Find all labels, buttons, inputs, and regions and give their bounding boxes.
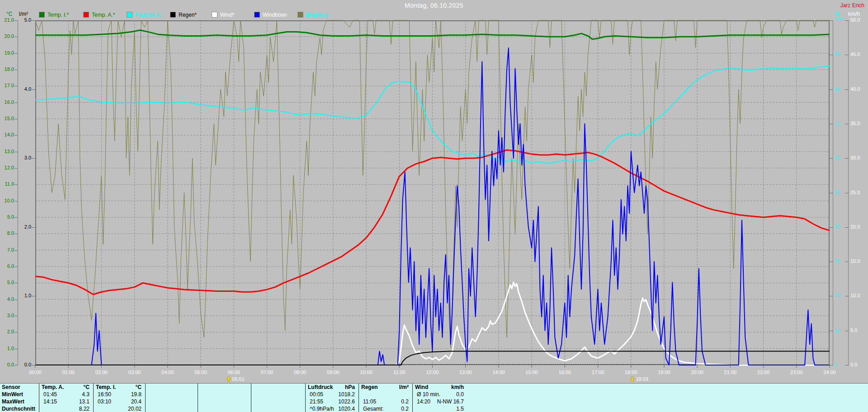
y-axis-rain-tick [32, 89, 35, 90]
y-axis-temp-tick-label: 2.0 [0, 329, 14, 335]
y-axis-wind-tick [845, 158, 849, 159]
legend-item-empfang: Empfang [297, 12, 328, 18]
sunset-marker: 18:03 [630, 376, 648, 382]
legend-label-empfang: Empfang [306, 12, 328, 18]
table-cell: 1018.2 [305, 391, 355, 398]
y-axis-temp-tick [14, 250, 18, 251]
y-axis-temp-tick-label: 18.0 [0, 66, 14, 72]
y-axis-wind-tick [845, 296, 849, 296]
y-axis-rain-tick-label: 5.0 [18, 17, 31, 23]
y-axis-rain-tick [32, 227, 35, 228]
y-axis-temp-axis-line [18, 20, 18, 365]
y-axis-wind-tick-label: 0.0 [850, 362, 867, 368]
y-axis-wind-tick-label: 5.0 [850, 328, 867, 333]
y-axis-temp-tick [14, 234, 18, 234]
x-axis-label: 23:00 [787, 370, 807, 375]
y-axis-temp-tick [14, 217, 18, 218]
y-axis-temp-tick-label: 17.0 [0, 83, 14, 89]
y-axis-temp-tick-label: 1.0 [0, 346, 14, 351]
table-cell: 0.2 [359, 398, 409, 405]
y-axis-temp-tick-label: 14.0 [0, 132, 14, 138]
y-axis-temp-tick [14, 300, 18, 300]
y-axis-rain-tick [32, 158, 35, 159]
table-cell: 13.1 [39, 398, 90, 405]
y-axis-temp-tick-label: 6.0 [0, 263, 14, 269]
y-axis-temp-tick-label: 15.0 [0, 116, 14, 122]
x-axis-label: 19:00 [654, 370, 674, 375]
table-row-label: MinWert [2, 391, 38, 398]
x-axis-label: 08:00 [290, 370, 310, 375]
legend-label-feuchte-a: Feuchte A.* [135, 12, 163, 18]
y-axis-temp-tick-label: 4.0 [0, 296, 14, 302]
sunset-marker-icon [630, 376, 635, 382]
windboeen-swatch-icon [254, 12, 260, 18]
y-axis-temp-tick-label: 10.0 [0, 198, 14, 204]
x-axis-label: 07:00 [257, 370, 277, 375]
table-column-separator [198, 384, 198, 412]
y-axis-wind-tick [845, 124, 849, 124]
y-axis-rain-tick [32, 20, 35, 21]
y-axis-temp-tick-label: 19.0 [0, 50, 14, 56]
legend-item-windboeen: Windböen [254, 12, 287, 18]
station-owner-label: Jarz Erich [840, 2, 864, 9]
y-axis-temp-tick [14, 20, 18, 21]
y-axis-temp-tick [14, 332, 18, 332]
y-axis-temp-tick [14, 135, 18, 136]
y-axis-humidity-tick [830, 262, 833, 262]
x-axis-label: 16:00 [555, 370, 575, 375]
y-axis-temp-tick [14, 37, 18, 37]
legend-label-temp-a: Temp. A.* [92, 12, 115, 18]
x-axis-label: 24:00 [820, 370, 840, 375]
table-cell: N-NW 16.7 [412, 398, 464, 405]
y-axis-rain-tick-label: 4.0 [18, 86, 31, 92]
x-axis-label: 20:00 [687, 370, 707, 375]
x-axis-label: 09:00 [323, 370, 343, 375]
y-axis-humidity-tick [830, 55, 833, 55]
table-cell: 20.02 [93, 405, 142, 412]
sunrise-marker: 05:51 [226, 376, 245, 382]
y-axis-wind-tick-label: 25.0 [850, 190, 867, 196]
x-axis-label: 15:00 [522, 370, 542, 375]
x-axis-label: 03:00 [125, 370, 145, 375]
x-axis-label: 14:00 [489, 370, 509, 375]
y-axis-humidity-tick [830, 227, 833, 228]
legend-label-windboeen: Windböen [263, 12, 287, 18]
table-column-unit: hPa [305, 384, 355, 391]
y-axis-temp-tick-label: 21.0 [0, 17, 14, 23]
x-axis-label: 00:00 [25, 370, 45, 375]
y-axis-temp-tick-label: 9.0 [0, 214, 14, 220]
table-cell: 0.0 [412, 391, 464, 398]
y-axis-wind-tick-label: 35.0 [850, 121, 867, 126]
legend-item-temp-a: Temp. A.* [83, 12, 115, 18]
table-row-label: MaxWert [2, 398, 38, 405]
y-axis-temp-tick [14, 119, 18, 119]
y-axis-temp-tick-label: 5.0 [0, 280, 14, 286]
legend-item-feuchte-a: Feuchte A.* [127, 12, 163, 18]
x-axis-label: 01:00 [58, 370, 78, 375]
wind-swatch-icon [212, 12, 217, 18]
y-axis-rain-tick [32, 365, 35, 365]
table-column-separator [251, 384, 251, 412]
y-axis-temp-tick-label: 20.0 [0, 33, 14, 39]
y-axis-temp-tick-label: 0.0 [0, 362, 14, 368]
y-axis-wind-tick [845, 193, 849, 193]
y-axis-humidity-tick [830, 193, 833, 193]
temp-i-swatch-icon [39, 12, 45, 18]
y-axis-temp-tick-label: 11.0 [0, 181, 14, 187]
y-axis-wind-tick [845, 227, 849, 228]
x-axis-label: 10:00 [356, 370, 376, 375]
y-axis-temp-tick [14, 152, 18, 152]
y-axis-humidity-tick [830, 331, 833, 331]
y-axis-rain-tick-label: 1.0 [18, 293, 31, 299]
x-axis-label: 11:00 [389, 370, 409, 375]
table-cell: 19.8 [93, 391, 142, 398]
plot-canvas [35, 20, 830, 365]
legend-label-wind: Wind* [220, 12, 235, 18]
y-axis-wind-tick [845, 20, 849, 21]
y-axis-temp-tick-label: 16.0 [0, 99, 14, 105]
y-axis-wind-tick-label: 20.0 [850, 224, 867, 230]
x-axis-label: 18:00 [621, 370, 641, 375]
table-column-separator [145, 384, 146, 412]
y-axis-humidity-tick [830, 89, 833, 90]
x-axis-label: 13:00 [456, 370, 476, 375]
